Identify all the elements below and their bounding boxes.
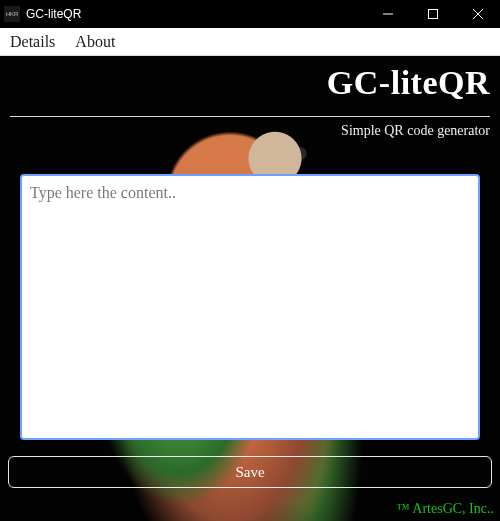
page-subtitle: Simple QR code generator bbox=[10, 123, 490, 139]
content-input[interactable] bbox=[20, 174, 480, 440]
save-button[interactable]: Save bbox=[8, 456, 492, 488]
minimize-icon bbox=[383, 9, 393, 19]
app-icon: HKR bbox=[4, 6, 20, 22]
close-button[interactable] bbox=[455, 0, 500, 28]
client-area: GC-liteQR Simple QR code generator Save … bbox=[0, 56, 500, 521]
footer-trademark: ™ ArtesGC, Inc.. bbox=[396, 501, 494, 517]
menubar: Details About bbox=[0, 28, 500, 56]
window-title: GC-liteQR bbox=[26, 7, 81, 21]
menu-item-about[interactable]: About bbox=[65, 28, 125, 55]
header: GC-liteQR Simple QR code generator bbox=[10, 64, 490, 139]
minimize-button[interactable] bbox=[365, 0, 410, 28]
maximize-icon bbox=[428, 9, 438, 19]
titlebar: HKR GC-liteQR bbox=[0, 0, 500, 28]
menu-item-details[interactable]: Details bbox=[0, 28, 65, 55]
svg-rect-1 bbox=[428, 10, 437, 19]
header-divider bbox=[10, 116, 490, 117]
maximize-button[interactable] bbox=[410, 0, 455, 28]
close-icon bbox=[473, 9, 483, 19]
page-title: GC-liteQR bbox=[10, 64, 490, 102]
